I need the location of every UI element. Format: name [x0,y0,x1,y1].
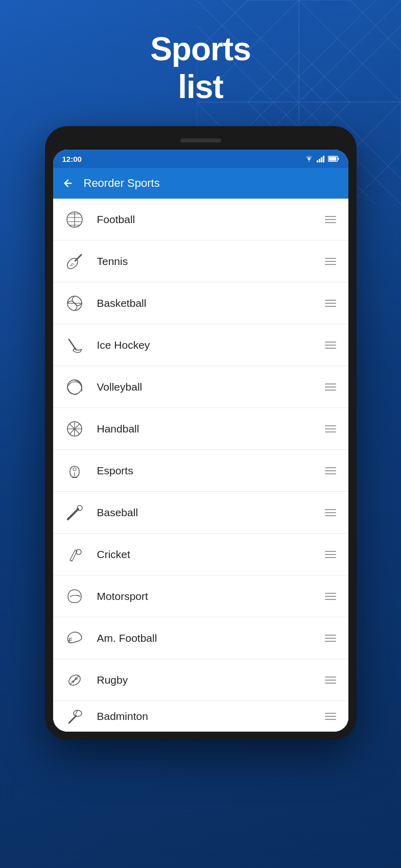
list-item[interactable]: Basketball [53,282,348,324]
list-item[interactable]: Rugby [53,659,348,701]
list-item[interactable]: Handball [53,408,348,450]
drag-handle[interactable] [322,710,339,723]
drag-handle[interactable] [322,632,339,645]
svg-line-46 [70,560,72,561]
page-title: Sports list [150,31,251,106]
sports-list: Football Tennis [53,199,348,732]
cricket-icon [62,542,87,567]
sport-name: Esports [97,465,322,477]
svg-point-41 [73,468,76,471]
phone-speaker [180,138,221,142]
svg-rect-28 [323,156,324,162]
drag-handle[interactable] [322,255,339,268]
drag-handle[interactable] [322,339,339,352]
svg-line-52 [69,716,76,723]
svg-line-37 [69,340,76,350]
page-title-area: Sports list [0,0,401,126]
sport-name: Basketball [97,297,322,309]
list-item[interactable]: Ice Hockey [53,324,348,366]
wifi-icon [304,155,314,162]
esports-icon [62,459,87,483]
svg-line-34 [75,255,81,261]
sport-name: Rugby [97,674,322,686]
drag-handle[interactable] [322,506,339,519]
svg-line-44 [68,509,78,519]
svg-point-45 [77,505,82,511]
sport-name: Baseball [97,507,322,519]
badminton-icon [62,704,87,729]
list-item[interactable]: Volleyball [53,366,348,408]
rugby-icon [62,668,87,692]
phone-frame: 12:00 [45,126,357,740]
sport-name: Am. Football [97,632,322,644]
drag-handle[interactable] [322,380,339,394]
list-item[interactable]: Badminton [53,701,348,732]
list-item[interactable]: Cricket [53,534,348,575]
status-bar: 12:00 [53,150,348,168]
sport-name: Ice Hockey [97,339,322,351]
drag-handle[interactable] [322,422,339,436]
status-time: 12:00 [62,155,82,163]
baseball-icon [62,500,87,525]
amfootball-icon [62,626,87,650]
list-item[interactable]: Am. Football [53,617,348,659]
drag-handle[interactable] [322,464,339,477]
icehockey-icon [62,333,87,357]
battery-icon [328,156,339,162]
header-title: Reorder Sports [84,177,160,190]
list-item[interactable]: Esports [53,450,348,492]
svg-rect-25 [317,160,318,162]
tennis-icon [62,249,87,274]
sport-name: Football [97,213,322,226]
svg-line-51 [73,677,76,683]
drag-handle[interactable] [322,213,339,226]
list-item[interactable]: Football [53,199,348,240]
sport-name: Tennis [97,255,322,268]
list-item[interactable]: Baseball [53,492,348,534]
volleyball-icon [62,375,87,399]
handball-icon [62,417,87,441]
sport-name: Handball [97,423,322,435]
sport-name: Volleyball [97,381,322,393]
svg-rect-27 [321,157,322,162]
drag-handle[interactable] [322,673,339,687]
sport-name: Badminton [97,710,322,722]
drag-handle[interactable] [322,548,339,561]
svg-rect-31 [338,158,339,160]
phone-top-bar [53,134,348,150]
sport-name: Motorsport [97,590,322,602]
football-icon [62,207,87,232]
drag-handle[interactable] [322,297,339,310]
back-button[interactable] [62,178,74,189]
app-header: Reorder Sports [53,168,348,199]
svg-line-7 [350,153,401,204]
signal-icon [317,155,325,162]
svg-rect-26 [319,159,320,162]
svg-rect-30 [328,157,336,161]
sport-name: Cricket [97,548,322,561]
status-icons [304,155,339,162]
phone-screen: 12:00 [53,150,348,732]
motorsport-icon [62,584,87,609]
list-item[interactable]: Motorsport [53,575,348,617]
drag-handle[interactable] [322,590,339,603]
basketball-icon [62,291,87,316]
list-item[interactable]: Tennis [53,240,348,282]
